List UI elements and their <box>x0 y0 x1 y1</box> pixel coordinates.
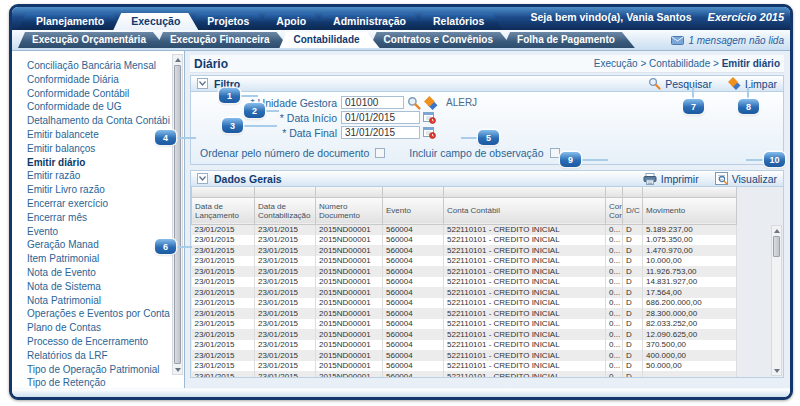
clear-button[interactable]: Limpar <box>728 77 777 90</box>
observation-checkbox[interactable] <box>550 148 560 158</box>
sidebar-item[interactable]: Evento <box>27 225 170 239</box>
sidebar-item[interactable]: Encerrar exercício <box>27 197 170 211</box>
module-tab[interactable]: Folha de Pagamento <box>503 32 635 48</box>
annotation-connector <box>176 246 192 248</box>
table-scrollbar[interactable] <box>771 225 782 376</box>
sidebar-item[interactable]: Nota de Sistema <box>27 280 170 294</box>
main-menu-tab[interactable]: Administração <box>315 13 424 30</box>
table-row[interactable]: 23/01/201523/01/20152015ND00001560004 52… <box>192 319 784 330</box>
breadcrumb[interactable]: Execução > Contabilidade > Emitir diário <box>594 58 780 69</box>
chevron-down-icon <box>199 81 206 86</box>
sidebar-item[interactable]: Detalhamento da Conta Contábil <box>27 114 170 128</box>
clear-icon <box>728 77 741 90</box>
table-row[interactable]: 23/01/201523/01/20152015ND00001560004 52… <box>192 277 784 288</box>
sidebar-item[interactable]: Encerrar mês <box>27 211 170 225</box>
sidebar-item[interactable]: Conformidade Diária <box>27 73 170 87</box>
data-final-input[interactable] <box>341 126 420 139</box>
table-row[interactable]: 23/01/201523/01/20152015ND00001560004 52… <box>192 350 784 361</box>
main-menu-tab[interactable]: Planejamento <box>18 13 122 30</box>
clear-field-button[interactable] <box>424 96 438 110</box>
sidebar-item[interactable]: Emitir balanços <box>27 142 170 156</box>
main-menu-tab[interactable]: Execução <box>113 13 198 30</box>
order-checkbox[interactable] <box>375 148 385 158</box>
unidade-gestora-name: ALERJ <box>446 97 477 108</box>
sidebar-scrollbar[interactable] <box>172 54 183 375</box>
table-row[interactable]: 23/01/201523/01/20152015ND00001560004 52… <box>192 308 784 319</box>
annotation-badge-3: 3 <box>222 118 243 133</box>
sidebar-item[interactable]: Operações e Eventos por Conta <box>27 307 170 321</box>
table-scroll-thumb[interactable] <box>773 236 780 257</box>
column-header[interactable]: D/C <box>623 197 643 224</box>
sidebar-item[interactable]: Nota de Evento <box>27 266 170 280</box>
unidade-gestora-input[interactable] <box>341 96 404 109</box>
collapse-filter-button[interactable] <box>197 78 208 89</box>
preview-button[interactable]: Visualizar <box>715 172 777 185</box>
sidebar-item[interactable]: Emitir razão <box>27 169 170 183</box>
scroll-down-icon[interactable] <box>173 365 182 374</box>
sidebar-item[interactable]: Emitir diário <box>27 156 170 170</box>
unread-messages-link[interactable]: 1 mensagem não lida <box>671 35 784 46</box>
filter-section-header: Filtro Pesquisar Limpar <box>190 75 784 92</box>
table-row[interactable]: 23/01/201523/01/20152015ND00001560004 52… <box>192 287 784 298</box>
table-row[interactable]: 23/01/201523/01/20152015ND00001560004 52… <box>192 224 784 235</box>
collapse-data-button[interactable] <box>197 173 208 184</box>
sidebar-item[interactable]: Geração Manad <box>27 238 170 252</box>
envelope-icon <box>671 36 684 45</box>
table-row[interactable]: 23/01/201523/01/20152015ND00001560004 52… <box>192 245 784 256</box>
column-header[interactable]: Con Corr <box>606 197 623 224</box>
sidebar-item[interactable]: Processo de Encerramento <box>27 335 170 349</box>
search-button[interactable]: Pesquisar <box>648 77 712 90</box>
annotation-connector <box>581 159 608 161</box>
column-header[interactable]: Evento <box>383 197 444 224</box>
annotation-connector <box>243 125 277 127</box>
search-icon <box>648 77 661 90</box>
sidebar-item[interactable]: Conformidade Contábil <box>27 87 170 101</box>
column-header[interactable]: Movimento <box>643 197 737 224</box>
table-row[interactable]: 23/01/201523/01/20152015ND00001560004 52… <box>192 371 784 378</box>
module-tab[interactable]: Execução Financeira <box>156 32 290 48</box>
sidebar-item[interactable]: Conciliação Bancária Mensal <box>27 59 170 73</box>
sidebar-item[interactable]: Tipo de Operação Patrimonial <box>27 363 170 377</box>
module-tab[interactable]: Contratos e Convênios <box>370 32 513 48</box>
main-menu-tab[interactable]: Relatórios <box>415 13 502 30</box>
calendar-button[interactable] <box>423 111 436 124</box>
sidebar-scroll-thumb[interactable] <box>174 65 181 364</box>
sidebar-item[interactable]: Tipo de Retenção <box>27 376 170 388</box>
module-tab[interactable]: Contabilidade <box>279 32 379 48</box>
sidebar-item[interactable]: Item Patrimonial <box>27 252 170 266</box>
sidebar-item[interactable]: Emitir Livro razão <box>27 183 170 197</box>
table-row[interactable]: 23/01/201523/01/20152015ND00001560004 52… <box>192 340 784 351</box>
module-tab[interactable]: Execução Orçamentária <box>18 32 166 48</box>
sidebar-item[interactable]: Relatórios da LRF <box>27 349 170 363</box>
main-menu-tab[interactable]: Apoio <box>258 13 324 30</box>
table-row[interactable]: 23/01/201523/01/20152015ND00001560004 52… <box>192 266 784 277</box>
scroll-down-icon[interactable] <box>772 366 781 375</box>
column-header[interactable]: Conta Contábil <box>444 197 606 224</box>
table-row[interactable]: 23/01/201523/01/20152015ND00001560004 52… <box>192 298 784 309</box>
print-button[interactable]: Imprimir <box>643 173 699 185</box>
observation-checkbox-label: Incluir campo de observação <box>409 147 543 159</box>
main-menu-tab[interactable]: Projetos <box>189 13 267 30</box>
sidebar-item[interactable]: Conformidade de UG <box>27 100 170 114</box>
column-header[interactable]: Número Documento <box>316 197 383 224</box>
scroll-up-icon[interactable] <box>173 55 182 64</box>
chevron-down-icon <box>199 176 206 181</box>
annotation-badge-1: 1 <box>219 88 240 103</box>
table-row[interactable]: 23/01/201523/01/20152015ND00001560004 52… <box>192 329 784 340</box>
table-row[interactable]: 23/01/201523/01/20152015ND00001560004 52… <box>192 256 784 267</box>
table-row[interactable]: 23/01/201523/01/20152015ND00001560004 52… <box>192 235 784 246</box>
sidebar-item[interactable]: Plano de Contas <box>27 321 170 335</box>
order-checkbox-label: Ordenar pelo número de documento <box>200 147 369 159</box>
column-header[interactable]: Data de Contabilização <box>255 197 316 224</box>
page-title: Diário <box>194 57 228 71</box>
calendar-button[interactable] <box>423 126 436 139</box>
table-row[interactable]: 23/01/201523/01/20152015ND00001560004 52… <box>192 361 784 372</box>
column-header[interactable]: Data de Lançamento <box>192 197 255 224</box>
lookup-button[interactable] <box>407 96 421 110</box>
scroll-up-icon[interactable] <box>772 226 781 235</box>
sidebar-item[interactable]: Nota Patrimonial <box>27 294 170 308</box>
data-inicio-input[interactable] <box>341 111 420 124</box>
window-bottom-bar <box>12 388 790 397</box>
sidebar-item[interactable]: Emitir balancete <box>27 128 170 142</box>
annotation-connector <box>265 110 279 112</box>
